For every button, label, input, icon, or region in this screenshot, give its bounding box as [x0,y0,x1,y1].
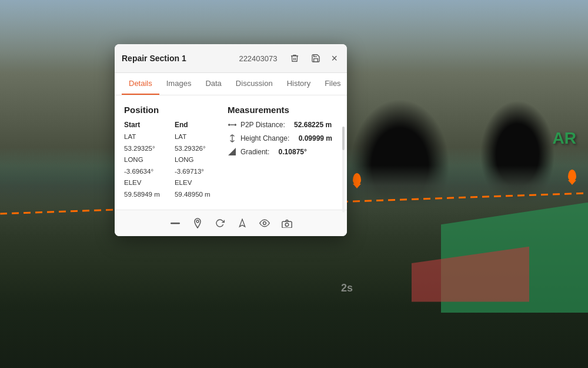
svg-point-14 [285,223,289,226]
end-column: End LAT 53.29326° LONG -3.69713° ELEV 59… [175,121,216,200]
ar-overlay-text: AR [553,129,576,148]
toolbar-refresh-icon[interactable] [212,215,228,231]
toolbar-pin-icon[interactable] [189,215,206,231]
height-icon [228,134,237,144]
delete-button[interactable] [286,50,303,67]
toolbar-camera-icon[interactable] [279,215,295,231]
tab-files[interactable]: Files [318,73,347,95]
end-lat: LAT 53.29326° [175,131,216,154]
tab-history[interactable]: History [280,73,318,95]
modal-title-input[interactable] [122,54,234,63]
height-value: 0.09999 m [299,134,332,142]
gradient-value: 0.10875° [279,148,307,156]
gradient-label: Gradient: [240,148,269,156]
modal-toolbar [115,210,347,236]
svg-rect-9 [171,223,180,224]
modal-id: 222403073 [239,54,277,63]
content-row: Position Start LAT 53.29325° LONG -3.696… [124,105,338,200]
p2p-distance-item: P2P Distance: 52.68225 m [228,121,338,131]
svg-point-10 [196,220,199,223]
start-lat: LAT 53.29325° [124,131,165,154]
position-title: Position [124,105,216,115]
detail-modal: 222403073 × Details Images Data Discussi… [115,44,347,236]
start-long: LONG -3.69634° [124,154,165,177]
modal-content: Position Start LAT 53.29325° LONG -3.696… [115,95,347,210]
toolbar-eye-icon[interactable] [256,215,273,231]
p2p-label: P2P Distance: [240,121,285,129]
start-label: Start [124,121,165,129]
start-elev-label: ELEV [124,177,165,189]
tab-discussion[interactable]: Discussion [229,73,280,95]
height-change-item: Height Change: 0.09999 m [228,134,338,144]
tab-images[interactable]: Images [159,73,199,95]
end-long: LONG -3.69713° [175,154,216,177]
start-elev: 59.58949 m [124,189,165,201]
toolbar-shape-icon[interactable] [234,215,250,231]
tab-bar: Details Images Data Discussion History F… [115,73,347,95]
toolbar-minus-icon[interactable] [167,215,183,231]
p2p-value: 52.68225 m [294,121,332,129]
gradient-item: Gradient: 0.10875° [228,148,338,157]
height-label: Height Change: [240,134,289,142]
close-button[interactable]: × [329,53,340,64]
end-elev-label: ELEV [175,177,216,189]
gradient-icon [228,148,237,157]
orange-marker-3[interactable] [568,170,576,181]
tab-details[interactable]: Details [122,73,159,95]
coord-columns: Start LAT 53.29325° LONG -3.69634° ELEV … [124,121,216,200]
modal-header: 222403073 × [115,44,347,73]
tab-data[interactable]: Data [198,73,228,95]
measurements-section: Measurements P2P Distance: 52.68225 m [228,105,338,200]
svg-rect-13 [282,221,291,228]
end-label: End [175,121,216,129]
measurements-title: Measurements [228,105,338,115]
svg-marker-8 [228,148,236,155]
p2p-icon [228,121,237,131]
svg-point-12 [263,222,266,225]
position-section: Position Start LAT 53.29325° LONG -3.696… [124,105,216,200]
svg-marker-11 [239,220,245,227]
scroll-bar [342,127,345,213]
orange-marker-2[interactable] [353,173,361,185]
svg-point-1 [234,124,236,126]
end-elev: 59.48950 m [175,189,216,201]
svg-point-0 [228,124,230,126]
road-number: 2s [341,282,353,294]
start-column: Start LAT 53.29325° LONG -3.69634° ELEV … [124,121,165,200]
save-button[interactable] [308,50,324,67]
scroll-thumb[interactable] [342,127,345,150]
